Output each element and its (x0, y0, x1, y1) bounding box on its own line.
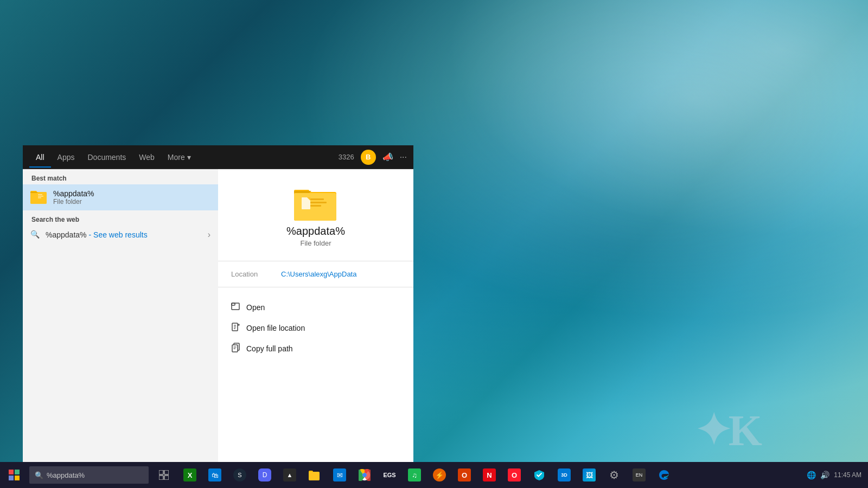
svg-rect-6 (38, 197, 41, 198)
result-subtitle: File folder (53, 198, 94, 206)
detail-name: %appdata% (286, 225, 345, 237)
taskbar-search-text: %appdata% (47, 471, 85, 479)
svg-rect-30 (9, 476, 14, 480)
taskbar-files[interactable] (303, 463, 327, 487)
open-icon (231, 301, 241, 313)
taskbar-chrome[interactable] (353, 463, 376, 487)
tab-apps[interactable]: Apps (51, 147, 81, 167)
svg-rect-17 (232, 303, 235, 305)
taskbar-edge[interactable] (652, 463, 676, 487)
svg-rect-4 (38, 194, 42, 195)
taskbar-epic2[interactable]: EGS (378, 463, 401, 487)
open-file-location-label: Open file location (246, 324, 305, 332)
best-match-header: Best match (23, 169, 218, 184)
tab-more-arrow: ▾ (187, 153, 191, 162)
search-menu: All Apps Documents Web More ▾ 3326 B 📣 ·… (23, 145, 413, 462)
svg-rect-5 (38, 196, 43, 197)
web-search-query: %appdata% (46, 230, 87, 239)
left-panel: Best match (23, 169, 218, 462)
taskbar-photos[interactable]: 🖼 (577, 463, 601, 487)
bing-icon[interactable]: B (361, 150, 376, 165)
taskbar-store[interactable]: 🛍 (203, 463, 227, 487)
taskbar-netflix[interactable]: N (477, 463, 501, 487)
tab-bar: All Apps Documents Web More ▾ 3326 B 📣 ·… (23, 145, 413, 169)
search-results-area: Best match (23, 169, 413, 462)
taskbar-steam[interactable]: S (228, 463, 252, 487)
action-open[interactable]: Open (218, 297, 413, 318)
tab-bar-right: 3326 B 📣 ··· (339, 150, 407, 165)
action-open-file-location[interactable]: Open file location (218, 318, 413, 338)
taskbar-3d[interactable]: 3D (552, 463, 576, 487)
tab-web[interactable]: Web (132, 147, 161, 167)
svg-rect-34 (159, 476, 163, 480)
result-title: %appdata% (53, 189, 94, 198)
folder-icon-small (30, 189, 48, 206)
open-file-location-icon (231, 322, 241, 334)
taskbar-redfox[interactable]: ⚡ (427, 463, 451, 487)
taskbar-discord[interactable]: D (253, 463, 277, 487)
start-button[interactable] (2, 463, 26, 487)
taskbar-app-icons: X 🛍 S D ▲ ✉ (178, 463, 676, 487)
svg-rect-12 (310, 202, 327, 203)
feedback-icon[interactable]: 📣 (382, 152, 393, 162)
web-search-item[interactable]: 🔍 %appdata% - See web results › (23, 226, 218, 244)
volume-icon[interactable]: 🔊 (820, 471, 829, 479)
svg-rect-38 (309, 472, 320, 480)
taskbar-xbox[interactable]: X (178, 463, 202, 487)
taskbar-spotify[interactable]: ♫ (403, 463, 426, 487)
network-icon[interactable]: 🌐 (807, 471, 816, 479)
detail-location-row: Location C:\Users\alexg\AppData (218, 267, 413, 281)
action-copy-full-path[interactable]: Copy full path (218, 338, 413, 359)
taskbar-mail[interactable]: ✉ (328, 463, 352, 487)
svg-rect-29 (15, 470, 20, 474)
system-tray: 🌐 🔊 11:45 AM (807, 471, 866, 479)
taskbar-opera[interactable]: O (502, 463, 526, 487)
taskbar-settings[interactable]: ⚙ (602, 463, 626, 487)
k-watermark: ✦K (695, 405, 760, 455)
desktop: ✦K All Apps Documents Web More ▾ 3326 B … (0, 0, 868, 488)
taskbar-language[interactable]: EN (627, 463, 651, 487)
bing-score: 3326 (339, 153, 354, 161)
copy-path-icon (231, 343, 241, 355)
svg-rect-13 (310, 205, 321, 207)
svg-rect-16 (232, 303, 239, 310)
battery-icon: 11:45 AM (834, 471, 861, 479)
web-search-arrow: › (208, 230, 210, 240)
result-info: %appdata% File folder (53, 189, 94, 206)
svg-rect-33 (164, 470, 169, 474)
detail-actions: Open Op (218, 293, 413, 363)
tab-more[interactable]: More ▾ (161, 147, 197, 167)
detail-separator (218, 261, 413, 261)
svg-rect-11 (310, 198, 324, 200)
taskbar-defender[interactable] (527, 463, 551, 487)
folder-icon-large (294, 185, 337, 221)
location-label: Location (231, 270, 275, 278)
location-value[interactable]: C:\Users\alexg\AppData (281, 270, 356, 278)
taskbar: 🔍 %appdata% X 🛍 S D (0, 462, 868, 488)
detail-separator-2 (218, 287, 413, 287)
more-options-icon[interactable]: ··· (400, 152, 407, 162)
best-match-item[interactable]: %appdata% File folder (23, 184, 218, 210)
detail-type: File folder (300, 239, 331, 247)
tab-more-label: More (168, 153, 185, 162)
open-label: Open (246, 303, 265, 312)
task-view-button[interactable] (152, 463, 176, 487)
taskbar-search-bar[interactable]: 🔍 %appdata% (29, 466, 149, 484)
detail-icon-area: %appdata% File folder (286, 169, 345, 255)
svg-rect-10 (294, 193, 336, 221)
web-search-link-text: - See web results (89, 230, 148, 239)
tab-all[interactable]: All (29, 147, 51, 167)
search-web-icon: 🔍 (30, 230, 40, 240)
right-panel: %appdata% File folder Location C:\Users\… (218, 169, 413, 462)
svg-rect-35 (164, 476, 169, 480)
taskbar-office[interactable]: O (452, 463, 476, 487)
web-search-header: Search the web (23, 210, 218, 226)
svg-rect-32 (159, 470, 163, 474)
svg-rect-31 (15, 476, 20, 480)
taskbar-epic-launcher[interactable]: ▲ (278, 463, 302, 487)
tab-documents[interactable]: Documents (81, 147, 132, 167)
svg-marker-9 (294, 191, 311, 193)
taskbar-search-icon: 🔍 (35, 471, 43, 479)
copy-full-path-label: Copy full path (246, 344, 293, 353)
svg-rect-28 (9, 470, 14, 474)
